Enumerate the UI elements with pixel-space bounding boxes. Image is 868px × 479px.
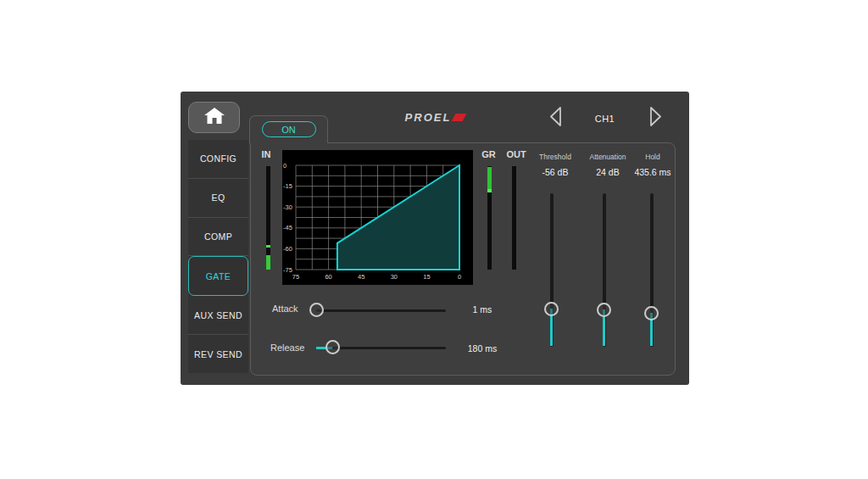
- out-level-meter: [512, 166, 516, 270]
- attenuation-slider-knob[interactable]: [597, 303, 611, 317]
- svg-text:-60: -60: [283, 245, 292, 253]
- channel-label: CH1: [581, 114, 628, 124]
- svg-text:-30: -30: [283, 203, 292, 211]
- brand-flag-icon: [452, 114, 467, 121]
- attenuation-slider[interactable]: [597, 193, 611, 347]
- svg-text:-45: -45: [283, 224, 292, 231]
- next-channel-button[interactable]: [646, 105, 665, 128]
- svg-text:15: 15: [423, 273, 430, 281]
- gr-meter-label: GR: [478, 149, 499, 159]
- svg-text:-75: -75: [283, 266, 292, 274]
- attack-value: 1 ms: [457, 304, 508, 315]
- release-slider-track[interactable]: [332, 347, 446, 349]
- threshold-slider[interactable]: [544, 193, 559, 347]
- in-meter-label: IN: [258, 149, 275, 159]
- gr-meter-bar: [487, 167, 492, 189]
- sidebar-item-config[interactable]: CONFIG: [188, 140, 248, 179]
- svg-text:30: 30: [391, 273, 398, 281]
- in-meter-peak: [266, 245, 270, 248]
- release-slider-knob[interactable]: [326, 340, 340, 354]
- gate-on-toggle[interactable]: ON: [262, 121, 316, 137]
- sidebar-item-eq[interactable]: EQ: [188, 179, 248, 218]
- sidebar-item-rev-send[interactable]: REV SEND: [188, 335, 248, 373]
- svg-text:0: 0: [283, 162, 287, 170]
- attack-slider-track[interactable]: [316, 309, 446, 312]
- release-value: 180 ms: [457, 343, 508, 354]
- chevron-left-icon: [551, 108, 560, 125]
- in-meter-bar: [266, 255, 270, 270]
- hold-label: Hold: [618, 153, 687, 161]
- sidebar-item-comp[interactable]: COMP: [188, 218, 248, 257]
- sidebar-item-gate[interactable]: GATE: [188, 256, 248, 296]
- gate-curve-graph: 0-15-30-45-60-7575604530150: [282, 150, 473, 285]
- brand-text: PROEL: [405, 111, 452, 124]
- svg-text:75: 75: [292, 273, 299, 281]
- mixer-gate-screen: PROEL CH1 CONFIG EQ COMP GATE AUX SEND R…: [181, 92, 689, 385]
- svg-text:60: 60: [325, 273, 331, 281]
- in-level-meter: [266, 166, 270, 270]
- gate-tab: ON: [249, 115, 328, 143]
- hold-slider[interactable]: [644, 193, 659, 347]
- attack-label: Attack: [272, 304, 298, 314]
- sidebar-item-aux-send[interactable]: AUX SEND: [188, 296, 248, 335]
- brand-logo: PROEL: [405, 111, 465, 124]
- svg-text:-15: -15: [283, 182, 292, 190]
- chevron-right-icon: [651, 108, 660, 125]
- home-icon: [203, 107, 225, 128]
- gr-level-meter: [487, 166, 492, 270]
- gate-curve-svg: 0-15-30-45-60-7575604530150: [282, 150, 473, 285]
- release-label: Release: [270, 343, 304, 353]
- threshold-slider-knob[interactable]: [544, 302, 559, 316]
- screen: PROEL CH1 CONFIG EQ COMP GATE AUX SEND R…: [0, 0, 868, 479]
- gate-panel: IN 0-15-30-45-60-7575604530150 GR OUT Th…: [250, 142, 676, 376]
- svg-text:0: 0: [458, 273, 461, 281]
- hold-slider-knob[interactable]: [644, 306, 659, 320]
- sidebar: CONFIG EQ COMP GATE AUX SEND REV SEND: [188, 140, 248, 373]
- hold-value: 435.6 ms: [618, 167, 687, 177]
- prev-channel-button[interactable]: [547, 105, 565, 128]
- hold-param: Hold 435.6 ms: [618, 153, 687, 177]
- attack-slider-knob[interactable]: [309, 303, 324, 317]
- home-button[interactable]: [188, 102, 240, 133]
- svg-text:45: 45: [358, 273, 364, 281]
- gr-meter-peak: [487, 189, 492, 192]
